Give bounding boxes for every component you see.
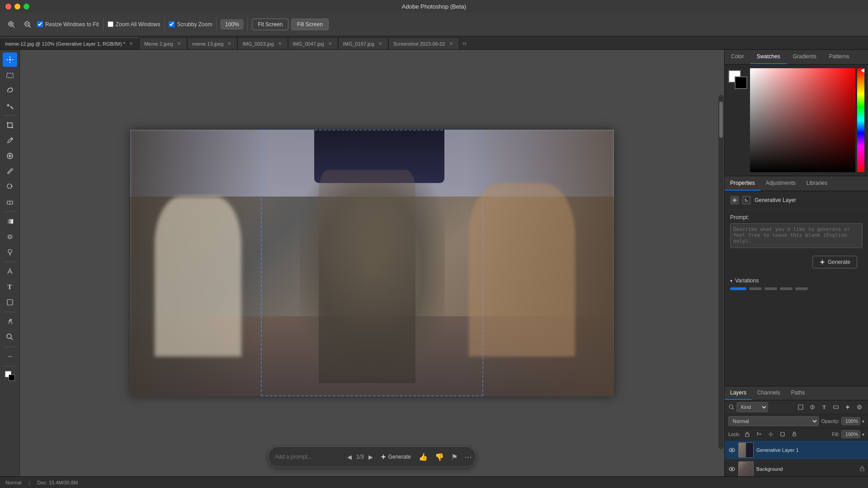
zoom-out-button[interactable] <box>21 19 34 30</box>
scrollbar-thumb-vertical[interactable] <box>719 102 723 138</box>
fill-input[interactable] <box>841 430 860 438</box>
canvas-vertical-scrollbar[interactable] <box>718 95 724 449</box>
clone-tool[interactable] <box>3 179 17 194</box>
layers-filter-smart-btn[interactable] <box>843 402 853 412</box>
scrubby-zoom-checkbox[interactable]: Scrubby Zoom <box>169 21 212 28</box>
maximize-button[interactable] <box>24 4 29 9</box>
wand-tool[interactable] <box>3 99 17 113</box>
tab-img0197[interactable]: IMG_0197.jpg ✕ <box>338 38 388 49</box>
lock-transparent-btn[interactable] <box>743 430 752 439</box>
canvas-generate-button[interactable]: Generate <box>377 452 414 462</box>
eyedropper-tool[interactable] <box>3 133 17 148</box>
layers-filter-type-btn[interactable]: T <box>819 402 829 412</box>
more-tools-button[interactable]: ··· <box>3 349 17 364</box>
zoom-tool[interactable] <box>3 330 17 344</box>
variation-dot-3[interactable] <box>764 287 777 290</box>
move-tool[interactable] <box>3 52 17 67</box>
fit-screen-button[interactable]: Fit Screen <box>252 19 288 30</box>
lock-image-btn[interactable] <box>755 430 764 439</box>
tab-meme2[interactable]: Meme 2.jpeg ✕ <box>139 38 187 49</box>
background-color-swatch[interactable] <box>735 76 747 89</box>
eraser-tool[interactable] <box>3 195 17 209</box>
prompt-next-button[interactable]: ▶ <box>367 452 375 462</box>
more-options-button[interactable]: ⋯ <box>462 451 474 463</box>
hue-slider[interactable] <box>857 68 864 172</box>
marquee-tool[interactable] <box>3 68 17 82</box>
tab-swatches[interactable]: Swatches <box>750 50 787 64</box>
variation-dot-4[interactable] <box>780 287 793 290</box>
layers-kind-select[interactable]: Kind <box>736 402 768 412</box>
layer-visibility-toggle[interactable] <box>728 465 736 473</box>
generate-button[interactable]: Generate <box>812 256 857 268</box>
tab-color[interactable]: Color <box>725 50 750 64</box>
layer-item[interactable]: Background <box>725 460 868 476</box>
tab-img0023[interactable]: IMG_0023.jpg ✕ <box>237 38 288 49</box>
resize-windows-checkbox[interactable]: Resize Windows to Fit <box>37 21 99 28</box>
tab-close-screenshot[interactable]: ✕ <box>448 41 454 47</box>
layers-filter-pixel-btn[interactable] <box>796 402 806 412</box>
zoom-in-button[interactable] <box>5 19 18 30</box>
thumbs-down-button[interactable]: 👎 <box>433 451 446 463</box>
lock-artboard-btn[interactable] <box>778 430 787 439</box>
tab-adjustments[interactable]: Adjustments <box>760 176 801 191</box>
text-tool[interactable]: T <box>3 280 17 294</box>
lasso-tool[interactable] <box>3 83 17 98</box>
heal-tool[interactable] <box>3 149 17 163</box>
zoom-percent-input[interactable] <box>221 19 243 29</box>
tab-paths[interactable]: Paths <box>786 386 811 400</box>
layers-filter-adjust-btn[interactable] <box>807 402 817 412</box>
tab-close-img0023[interactable]: ✕ <box>277 41 283 47</box>
lock-all-btn[interactable] <box>790 430 799 439</box>
color-gradient-picker[interactable] <box>750 68 864 172</box>
thumbs-up-button[interactable]: 👍 <box>416 451 430 463</box>
fill-screen-button[interactable]: Fill Screen <box>291 19 329 30</box>
flag-button[interactable]: ⚑ <box>449 451 460 463</box>
shape-tool[interactable] <box>3 295 17 310</box>
prompt-textarea[interactable] <box>730 223 863 248</box>
brush-tool[interactable] <box>3 164 17 178</box>
tab-meme12[interactable]: meme-12.jpg @ 110% (Generative Layer 1, … <box>0 38 139 49</box>
tab-layers[interactable]: Layers <box>725 386 752 400</box>
tab-screenshot[interactable]: Screenshot 2023-06-02 ✕ <box>388 38 459 49</box>
canvas-image[interactable]: crowd scene <box>130 130 614 396</box>
tab-gradients[interactable]: Gradients <box>787 50 823 64</box>
tab-libraries[interactable]: Libraries <box>801 176 833 191</box>
pen-tool[interactable] <box>3 264 17 279</box>
hand-tool[interactable] <box>3 314 17 329</box>
variation-dot-1[interactable] <box>730 287 746 290</box>
layer-visibility-toggle[interactable] <box>728 446 736 454</box>
canvas-prompt-input[interactable] <box>275 454 343 460</box>
tab-patterns[interactable]: Patterns <box>823 50 856 64</box>
tab-close-meme12[interactable]: ✕ <box>128 41 134 47</box>
prompt-prev-button[interactable]: ◀ <box>345 452 354 462</box>
crop-tool[interactable] <box>3 118 17 132</box>
fill-expand-btn[interactable]: ▾ <box>862 432 864 437</box>
tab-close-meme2[interactable]: ✕ <box>176 41 182 47</box>
tab-properties[interactable]: Properties <box>725 176 760 191</box>
opacity-input[interactable] <box>841 417 860 425</box>
tab-img0047[interactable]: IMG_0047.jpg ✕ <box>288 38 338 49</box>
blur-tool[interactable] <box>3 230 17 244</box>
opacity-expand-btn[interactable]: ▾ <box>862 419 864 424</box>
color-gradient-field[interactable] <box>750 68 855 172</box>
variation-dot-2[interactable] <box>749 287 762 290</box>
layers-filter-toggle[interactable] <box>854 402 864 412</box>
blend-mode-select[interactable]: Normal <box>728 416 819 426</box>
tab-meme13[interactable]: meme 13.jpeg ✕ <box>187 38 238 49</box>
background-color[interactable] <box>9 375 15 381</box>
tabs-more-button[interactable]: ›› <box>459 38 470 49</box>
tab-channels[interactable]: Channels <box>752 386 786 400</box>
foreground-background-colors[interactable] <box>3 369 17 383</box>
gradient-tool[interactable] <box>3 214 17 229</box>
dodge-tool[interactable] <box>3 245 17 259</box>
tab-close-img0197[interactable]: ✕ <box>377 41 383 47</box>
zoom-all-checkbox[interactable]: Zoom All Windows <box>108 21 160 28</box>
lock-position-btn[interactable] <box>766 430 775 439</box>
layer-item[interactable]: Generative Layer 1 <box>725 441 868 460</box>
variation-dot-5[interactable] <box>795 287 808 290</box>
variations-header[interactable]: ▾ Variations <box>730 277 863 284</box>
tab-close-img0047[interactable]: ✕ <box>327 41 333 47</box>
layers-filter-shape-btn[interactable] <box>831 402 841 412</box>
close-button[interactable] <box>5 4 11 9</box>
minimize-button[interactable] <box>14 4 20 9</box>
